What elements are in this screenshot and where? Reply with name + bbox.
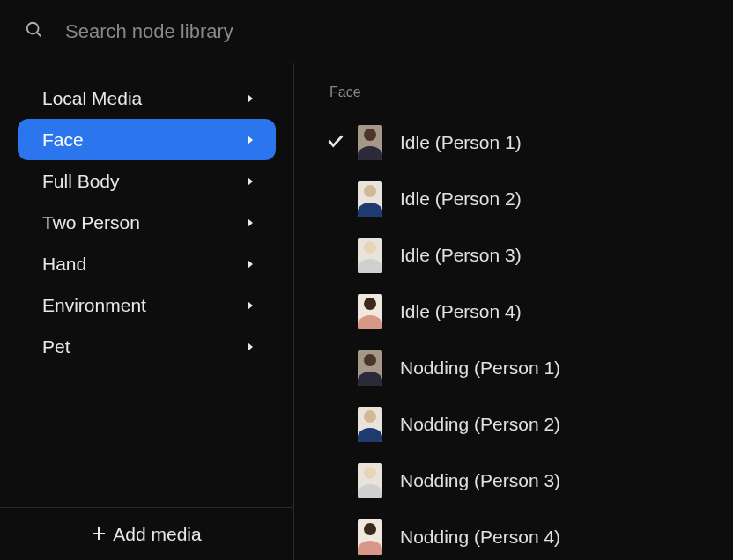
thumbnail xyxy=(358,181,382,217)
search-bar xyxy=(0,0,733,63)
add-media-button[interactable]: Add media xyxy=(0,507,293,560)
list-item[interactable]: Nodding (Person 3) xyxy=(326,453,715,509)
item-label: Nodding (Person 3) xyxy=(400,470,560,491)
chevron-right-icon xyxy=(246,136,255,144)
list-item[interactable]: Nodding (Person 2) xyxy=(326,396,715,453)
check-icon xyxy=(326,131,345,154)
category-label: Local Media xyxy=(42,88,142,109)
list-item[interactable]: Idle (Person 4) xyxy=(326,284,715,340)
svg-point-0 xyxy=(27,22,39,33)
thumbnail xyxy=(358,407,382,442)
thumbnail xyxy=(358,519,382,555)
item-label: Nodding (Person 4) xyxy=(400,527,560,548)
thumbnail xyxy=(358,350,382,386)
category-item[interactable]: Full Body xyxy=(18,160,276,202)
sidebar: Local MediaFaceFull BodyTwo PersonHandEn… xyxy=(0,63,294,560)
category-item[interactable]: Face xyxy=(18,119,276,160)
item-label: Nodding (Person 1) xyxy=(400,357,560,379)
category-item[interactable]: Hand xyxy=(18,243,276,284)
main: Local MediaFaceFull BodyTwo PersonHandEn… xyxy=(0,63,733,560)
list-item[interactable]: Nodding (Person 4) xyxy=(326,509,715,560)
category-item[interactable]: Pet xyxy=(18,326,276,367)
category-item[interactable]: Two Person xyxy=(18,202,276,243)
search-input[interactable] xyxy=(65,20,708,43)
chevron-right-icon xyxy=(246,343,255,351)
category-label: Face xyxy=(42,129,84,151)
category-label: Hand xyxy=(42,254,86,275)
search-icon xyxy=(25,20,44,43)
category-label: Full Body xyxy=(42,171,120,192)
content-panel: Face Idle (Person 1)Idle (Person 2)Idle … xyxy=(294,63,733,560)
list-item[interactable]: Idle (Person 1) xyxy=(326,114,715,171)
item-label: Nodding (Person 2) xyxy=(400,414,560,435)
item-label: Idle (Person 1) xyxy=(400,132,522,153)
category-item[interactable]: Local Media xyxy=(18,77,276,119)
thumbnail xyxy=(358,294,382,329)
item-label: Idle (Person 3) xyxy=(400,245,522,266)
chevron-right-icon xyxy=(246,94,255,103)
thumbnail xyxy=(358,463,382,498)
chevron-right-icon xyxy=(246,260,255,269)
svg-line-1 xyxy=(37,32,41,36)
list-item[interactable]: Nodding (Person 1) xyxy=(326,340,715,396)
chevron-right-icon xyxy=(246,301,255,310)
item-label: Idle (Person 2) xyxy=(400,188,522,210)
item-list: Idle (Person 1)Idle (Person 2)Idle (Pers… xyxy=(326,114,715,560)
category-label: Pet xyxy=(42,336,70,357)
thumbnail xyxy=(358,125,382,160)
category-label: Environment xyxy=(42,295,146,316)
category-list: Local MediaFaceFull BodyTwo PersonHandEn… xyxy=(0,77,293,507)
list-item[interactable]: Idle (Person 2) xyxy=(326,171,715,227)
item-label: Idle (Person 4) xyxy=(400,301,522,322)
plus-icon xyxy=(92,524,106,545)
check-slot xyxy=(326,131,358,154)
list-item[interactable]: Idle (Person 3) xyxy=(326,227,715,284)
add-media-label: Add media xyxy=(113,524,201,545)
category-item[interactable]: Environment xyxy=(18,284,276,326)
chevron-right-icon xyxy=(246,218,255,227)
chevron-right-icon xyxy=(246,177,255,186)
thumbnail xyxy=(358,238,382,273)
section-heading: Face xyxy=(326,85,715,100)
category-label: Two Person xyxy=(42,212,140,233)
